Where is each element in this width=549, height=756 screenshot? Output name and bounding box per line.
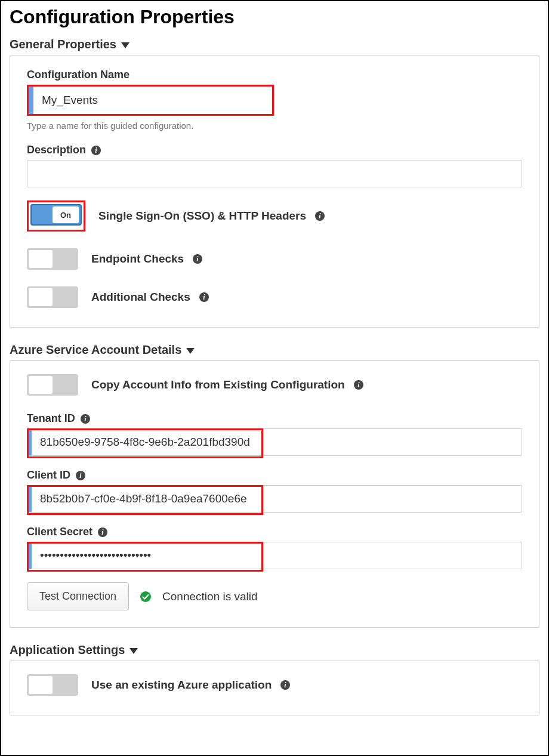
- endpoint-toggle-label: Endpoint Checks: [91, 252, 184, 266]
- info-icon[interactable]: i: [97, 527, 108, 538]
- info-icon[interactable]: i: [280, 680, 291, 690]
- copy-account-toggle[interactable]: [27, 374, 78, 396]
- client-secret-label: Client Secret: [27, 526, 92, 538]
- section-title-app: Application Settings: [10, 643, 125, 657]
- info-icon[interactable]: i: [192, 254, 203, 264]
- info-icon[interactable]: i: [91, 145, 101, 156]
- tenant-id-label: Tenant ID: [27, 412, 75, 425]
- description-input[interactable]: [27, 160, 522, 187]
- check-circle-icon: [140, 591, 152, 603]
- sso-toggle-label: Single Sign-On (SSO) & HTTP Headers: [98, 209, 306, 223]
- info-icon[interactable]: i: [75, 470, 86, 481]
- test-connection-button[interactable]: Test Connection: [27, 582, 129, 610]
- caret-down-icon: [121, 38, 129, 51]
- client-id-label: Client ID: [27, 469, 70, 482]
- use-existing-toggle-label: Use an existing Azure application: [91, 678, 272, 692]
- highlight-config-name: [27, 85, 274, 116]
- toggle-knob: [29, 250, 53, 268]
- config-name-label: Configuration Name: [27, 69, 522, 81]
- panel-app: Use an existing Azure application i: [10, 661, 539, 715]
- additional-toggle[interactable]: [27, 286, 78, 308]
- panel-general: Configuration Name Type a name for this …: [10, 55, 539, 328]
- client-secret-input[interactable]: [27, 542, 522, 569]
- toggle-knob: [29, 288, 53, 306]
- additional-toggle-label: Additional Checks: [91, 291, 190, 304]
- config-name-input[interactable]: [29, 87, 272, 114]
- section-header-general[interactable]: General Properties: [10, 38, 539, 51]
- section-title-general: General Properties: [10, 38, 116, 51]
- toggle-knob: [29, 676, 53, 694]
- info-icon[interactable]: i: [314, 211, 325, 221]
- svg-point-18: [140, 591, 151, 602]
- sso-toggle[interactable]: On: [30, 204, 82, 226]
- svg-marker-19: [129, 648, 138, 654]
- endpoint-toggle[interactable]: [27, 248, 78, 270]
- toggle-knob: [29, 376, 53, 394]
- section-title-azure: Azure Service Account Details: [10, 343, 181, 357]
- tenant-id-input[interactable]: [27, 428, 522, 456]
- config-name-hint: Type a name for this guided configuratio…: [27, 121, 522, 131]
- use-existing-toggle[interactable]: [27, 674, 78, 696]
- info-icon[interactable]: i: [199, 292, 209, 303]
- description-label: Description: [27, 144, 86, 156]
- svg-marker-9: [186, 348, 195, 354]
- panel-azure: Copy Account Info from Existing Configur…: [10, 360, 539, 628]
- section-header-azure[interactable]: Azure Service Account Details: [10, 343, 539, 357]
- highlight-sso-toggle: On: [27, 200, 85, 232]
- page-title: Configuration Properties: [10, 6, 539, 28]
- client-id-input[interactable]: [27, 485, 522, 513]
- svg-marker-0: [121, 42, 129, 48]
- toggle-knob: On: [53, 206, 79, 223]
- info-icon[interactable]: i: [80, 414, 91, 424]
- caret-down-icon: [129, 643, 138, 657]
- copy-account-toggle-label: Copy Account Info from Existing Configur…: [91, 378, 345, 391]
- info-icon[interactable]: i: [353, 379, 364, 390]
- section-header-app[interactable]: Application Settings: [10, 643, 539, 657]
- connection-status-text: Connection is valid: [162, 590, 257, 603]
- caret-down-icon: [186, 343, 195, 357]
